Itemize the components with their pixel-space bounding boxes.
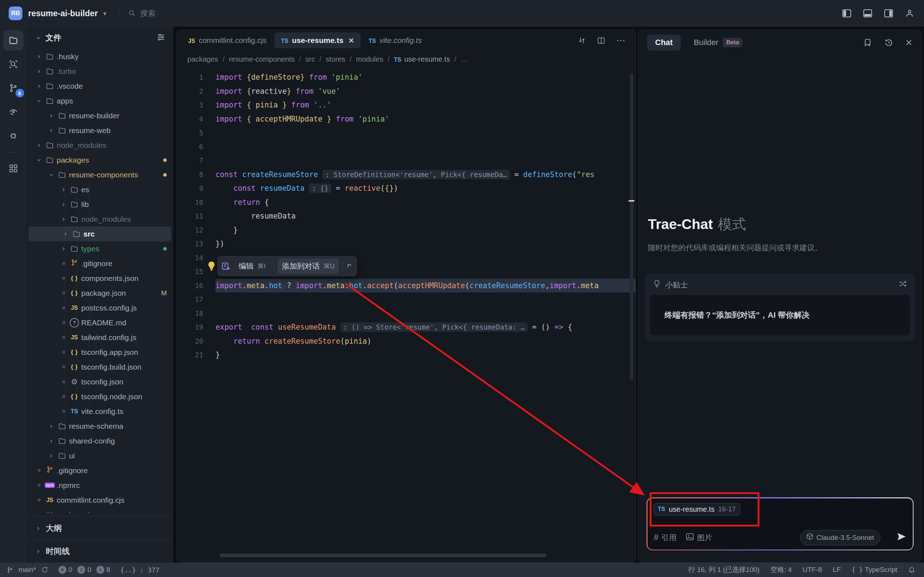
breadcrumb-item[interactable]: resume-components [229, 55, 294, 63]
tree-item-resume-schema[interactable]: resume-schema [26, 419, 173, 434]
indent-setting[interactable]: 空格: 4 [770, 565, 792, 574]
tree-item-tsconfig.app.json[interactable]: { }tsconfig.app.json [26, 345, 173, 359]
global-search[interactable]: 搜索 [128, 8, 155, 18]
code-editor[interactable]: 1import {defineStore} from 'pinia'2impor… [176, 70, 636, 362]
tree-item-ui[interactable]: ui [26, 448, 173, 463]
code-line-16[interactable]: 16import.meta.hot ? import.meta.hot.acce… [176, 279, 636, 293]
problems-errors[interactable]: × 0 [58, 566, 73, 574]
tab-chat[interactable]: Chat [647, 35, 681, 50]
tree-item-resume-builder[interactable]: resume-builder [26, 108, 173, 123]
code-line-19[interactable]: 19export const useResumeData : () => Sto… [176, 320, 636, 334]
model-selector[interactable]: Claude-3.5-Sonnet [800, 530, 880, 545]
cursor-position[interactable]: 行 16, 列 1 (已选择100) [688, 565, 759, 574]
code-line-7[interactable]: 7 [176, 154, 636, 168]
tree-item-apps[interactable]: apps [26, 93, 173, 108]
account-icon[interactable] [905, 9, 914, 18]
tree-item-tsconfig.build.json[interactable]: { }tsconfig.build.json [26, 359, 173, 374]
activity-search-icon[interactable] [3, 54, 23, 74]
tree-item-types[interactable]: types [26, 241, 173, 256]
split-editor-icon[interactable] [597, 36, 605, 45]
breadcrumb-file[interactable]: TSuse-resume.ts [394, 55, 450, 63]
editor-tab-use-resume.ts[interactable]: TSuse-resume.ts✕ [274, 32, 360, 48]
code-line-12[interactable]: 12 } [176, 223, 636, 237]
toggle-right-panel-icon[interactable] [884, 10, 893, 17]
activity-debug-icon[interactable] [3, 126, 23, 146]
image-button[interactable]: 图片 [686, 533, 712, 543]
breadcrumb[interactable]: packages/resume-components/src/stores/mo… [176, 51, 636, 68]
code-line-18[interactable]: 18 [176, 306, 636, 321]
problems-warnings[interactable]: ! 0 [77, 566, 91, 574]
project-name[interactable]: resume-ai-builder [28, 9, 98, 18]
tree-item-es[interactable]: es [26, 182, 173, 197]
toggle-left-panel-icon[interactable] [842, 10, 851, 17]
shuffle-icon[interactable] [898, 280, 907, 290]
breadcrumb-item[interactable]: packages [187, 55, 218, 63]
history-icon[interactable] [884, 38, 893, 47]
code-line-9[interactable]: 9 const resumeData : {} = reactive({}) [176, 181, 636, 195]
code-line-1[interactable]: 1import {defineStore} from 'pinia' [176, 70, 636, 84]
outline-section[interactable]: 大纲 [26, 516, 173, 540]
new-chat-icon[interactable] [864, 38, 873, 47]
tree-item-README.md[interactable]: ?README.md [26, 315, 173, 330]
breadcrumb-item[interactable]: src [305, 55, 315, 63]
horizontal-scrollbar[interactable] [220, 554, 546, 557]
tree-item-lib[interactable]: lib [26, 197, 173, 212]
send-icon[interactable] [896, 531, 907, 544]
code-line-21[interactable]: 21} [176, 348, 636, 362]
tree-item-tailwind.config.js[interactable]: JStailwind.config.js [26, 330, 173, 345]
tree-item-.turbo[interactable]: .turbo [26, 64, 173, 79]
language-mode[interactable]: { } TypeScript [852, 566, 897, 574]
tree-item-src[interactable]: src [29, 226, 171, 241]
tree-item-.husky[interactable]: .husky [26, 49, 173, 64]
notifications-bell-icon[interactable] [908, 566, 915, 574]
diff-icon[interactable] [577, 36, 586, 45]
tree-item-commitlint.config.cjs[interactable]: JScommitlint.config.cjs [26, 493, 173, 508]
tree-item-.npmrc[interactable]: npm.npmrc [26, 478, 173, 493]
edit-button[interactable]: 编辑 ⌘I [234, 259, 270, 274]
timeline-section[interactable]: 时间线 [26, 540, 173, 562]
tree-item-resume-components[interactable]: resume-components [26, 167, 173, 182]
tip-content[interactable]: 终端有报错？“添加到对话”，AI 帮你解决 [650, 295, 910, 335]
filter-icon[interactable] [157, 33, 165, 43]
vertical-scrollbar[interactable] [630, 73, 633, 380]
toggle-bottom-panel-icon[interactable] [863, 10, 872, 17]
bracket-counter[interactable]: {..} : 377 [120, 566, 159, 574]
breadcrumb-item[interactable]: modules [356, 55, 383, 63]
project-chevron-down-icon[interactable]: ▼ [102, 10, 108, 16]
more-actions-icon[interactable]: ⋯ [616, 35, 626, 46]
explorer-header[interactable]: 文件 [26, 27, 173, 49]
reference-button[interactable]: # 引用 [654, 533, 677, 543]
tree-item-.gitignore[interactable]: .gitignore [26, 256, 173, 271]
tree-item-packages[interactable]: packages [26, 153, 173, 167]
code-line-17[interactable]: 17 [176, 292, 636, 306]
editor-tab-vite.config.ts[interactable]: TSvite.config.ts [362, 32, 428, 48]
tree-item-vite.config.ts[interactable]: TSvite.config.ts [26, 404, 173, 419]
code-line-2[interactable]: 2import {reactive} from 'vue' [176, 84, 636, 98]
tree-item-resume-web[interactable]: resume-web [26, 123, 173, 138]
close-tab-icon[interactable]: ✕ [348, 36, 354, 45]
code-line-5[interactable]: 5 [176, 126, 636, 140]
tree-item-tsconfig.node.json[interactable]: { }tsconfig.node.json [26, 389, 173, 404]
tree-item-tsconfig.json[interactable]: ⚙tsconfig.json [26, 374, 173, 389]
tree-item-package.json[interactable]: { }package.jsonM [26, 285, 173, 300]
activity-preview-icon[interactable] [3, 102, 23, 122]
tree-item-postcss.config.js[interactable]: JSpostcss.config.js [26, 300, 173, 315]
breadcrumb-more[interactable]: … [460, 55, 468, 63]
collapse-widget-icon[interactable] [347, 263, 353, 269]
code-line-8[interactable]: 8const createResumeStore : StoreDefiniti… [176, 168, 636, 182]
tab-builder[interactable]: Builder Beta [694, 38, 743, 47]
code-line-11[interactable]: 11 resumeData [176, 209, 636, 223]
tree-item-shared-config[interactable]: shared-config [26, 434, 173, 448]
add-to-chat-button[interactable]: 添加到对话 ⌘U [278, 259, 339, 274]
code-line-20[interactable]: 20 return createResumeStore(pinia) [176, 334, 636, 348]
code-line-3[interactable]: 3import { pinia } from '..' [176, 98, 636, 112]
eol-setting[interactable]: LF [833, 566, 841, 574]
code-line-6[interactable]: 6 [176, 140, 636, 154]
tree-item-.vscode[interactable]: .vscode [26, 79, 173, 93]
tree-item-.gitignore[interactable]: .gitignore [26, 463, 173, 478]
activity-explorer-icon[interactable] [3, 30, 23, 50]
code-line-4[interactable]: 4import { acceptHMRUpdate } from 'pinia' [176, 112, 636, 126]
tree-item-package.json[interactable]: { }package.json [26, 508, 173, 513]
problems-infos[interactable]: i 8 [96, 566, 110, 574]
tree-item-nodemodules[interactable]: node_modules [26, 138, 173, 153]
